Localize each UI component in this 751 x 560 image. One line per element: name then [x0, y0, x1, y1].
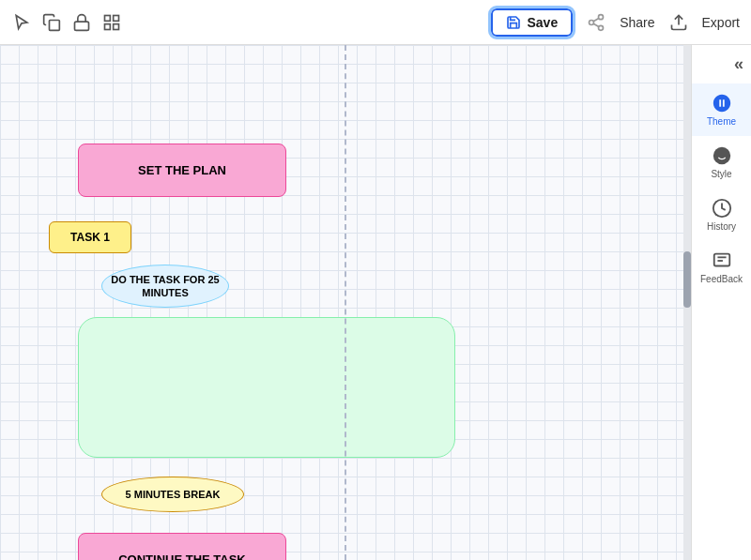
history-icon	[712, 198, 732, 219]
svg-point-6	[599, 14, 604, 19]
toolbar: Save Share Export	[0, 0, 751, 45]
export-button[interactable]: Export	[702, 15, 740, 30]
sidebar-collapse-area: «	[692, 49, 751, 83]
share-label: Share	[620, 15, 654, 30]
toolbar-right: Save Share Export	[491, 8, 740, 37]
feedback-label: FeedBack	[700, 274, 743, 284]
sidebar-item-feedback[interactable]: FeedBack	[692, 241, 751, 294]
share-button[interactable]: Share	[620, 15, 654, 30]
node-break[interactable]: 5 MINUTES BREAK	[101, 477, 244, 512]
style-icon	[712, 145, 732, 166]
right-sidebar: « Theme Style History	[691, 45, 751, 560]
svg-rect-5	[114, 23, 119, 29]
svg-point-7	[590, 20, 594, 24]
scroll-track	[683, 45, 691, 560]
grid-icon[interactable]	[101, 12, 122, 33]
svg-line-9	[593, 23, 599, 26]
svg-rect-1	[75, 22, 89, 30]
select-icon[interactable]	[11, 12, 32, 33]
theme-label: Theme	[707, 116, 736, 127]
save-icon	[506, 15, 521, 30]
node-do-task[interactable]: DO THE TASK FOR 25 MINUTES	[101, 265, 229, 308]
main-area: SET THE PLAN TASK 1 DO THE TASK FOR 25 M…	[0, 45, 751, 560]
history-label: History	[707, 221, 736, 232]
node-big-box[interactable]	[78, 317, 455, 458]
export-label: Export	[702, 15, 740, 30]
svg-line-10	[593, 18, 599, 21]
svg-rect-0	[50, 20, 60, 30]
svg-rect-16	[713, 254, 729, 266]
share-connections-icon[interactable]	[586, 12, 606, 33]
svg-rect-3	[114, 15, 119, 21]
node-continue[interactable]: CONTINUE THE TASK	[78, 533, 286, 560]
theme-icon	[712, 93, 732, 114]
sidebar-collapse-button[interactable]: «	[734, 54, 743, 74]
export-icon[interactable]	[668, 12, 689, 33]
svg-point-8	[599, 25, 604, 30]
node-set-plan[interactable]: SET THE PLAN	[78, 144, 286, 197]
save-label: Save	[527, 15, 558, 30]
node-task1[interactable]: TASK 1	[49, 221, 131, 253]
svg-rect-4	[105, 23, 111, 29]
copy-icon[interactable]	[41, 12, 62, 33]
svg-point-12	[713, 147, 729, 164]
style-label: Style	[711, 169, 731, 179]
sidebar-item-theme[interactable]: Theme	[692, 83, 751, 136]
toolbar-left	[11, 12, 122, 33]
save-button[interactable]: Save	[491, 8, 573, 37]
svg-rect-2	[105, 15, 111, 21]
scroll-thumb[interactable]	[683, 251, 691, 308]
sidebar-item-style[interactable]: Style	[692, 136, 751, 189]
lock-icon[interactable]	[71, 12, 92, 33]
feedback-icon	[712, 250, 732, 271]
sidebar-item-history[interactable]: History	[692, 189, 751, 241]
canvas[interactable]: SET THE PLAN TASK 1 DO THE TASK FOR 25 M…	[0, 45, 691, 560]
